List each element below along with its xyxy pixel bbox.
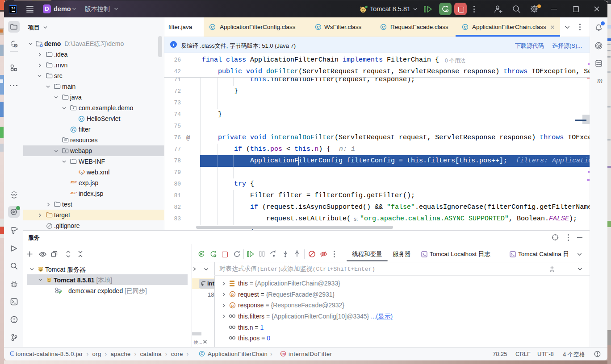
svg-text:C: C bbox=[201, 352, 203, 356]
svg-text:C: C bbox=[211, 25, 214, 29]
svg-text:C: C bbox=[80, 117, 83, 121]
svg-text:C: C bbox=[382, 25, 385, 29]
svg-text:p: p bbox=[231, 292, 234, 297]
svg-text:p: p bbox=[231, 303, 234, 308]
svg-text:?: ? bbox=[15, 44, 17, 48]
svg-text:C: C bbox=[72, 128, 75, 132]
svg-text:C: C bbox=[317, 25, 320, 29]
svg-text:m: m bbox=[281, 352, 285, 356]
svg-text:C: C bbox=[464, 25, 467, 29]
